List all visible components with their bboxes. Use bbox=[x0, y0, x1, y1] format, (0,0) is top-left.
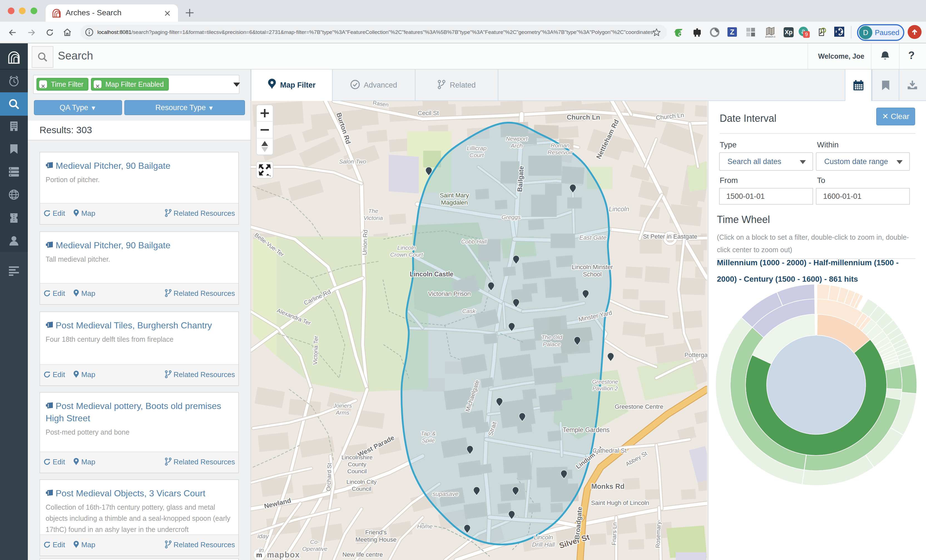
svg-text:Greggs: Greggs bbox=[502, 214, 521, 220]
svg-text:Church Ln: Church Ln bbox=[567, 114, 600, 121]
svg-text:supasave: supasave bbox=[433, 490, 458, 498]
svg-text:Cathedral St: Cathedral St bbox=[593, 447, 626, 454]
svg-text:Victorian Prison: Victorian Prison bbox=[428, 290, 471, 297]
svg-text:Salon Two: Salon Two bbox=[339, 158, 366, 165]
svg-text:Lincoln Castle: Lincoln Castle bbox=[410, 271, 453, 278]
svg-text:East Gate: East Gate bbox=[579, 234, 607, 241]
svg-text:in: in bbox=[259, 546, 263, 554]
svg-text:Monks Rd: Monks Rd bbox=[591, 483, 624, 490]
svg-text:LincolnDrill Hall: LincolnDrill Hall bbox=[532, 534, 555, 548]
svg-text:Orchard St: Orchard St bbox=[325, 463, 333, 491]
svg-text:Friars Ln: Friars Ln bbox=[611, 522, 618, 546]
svg-text:New life centre: New life centre bbox=[342, 551, 383, 558]
svg-text:Lincoln: Lincoln bbox=[609, 206, 629, 213]
svg-text:Temple Gardens: Temple Gardens bbox=[563, 426, 610, 433]
svg-text:Cask: Cask bbox=[462, 308, 476, 314]
svg-text:Cobb Hall: Cobb Hall bbox=[461, 238, 487, 245]
svg-text:Saint Hugh of Lincoln: Saint Hugh of Lincoln bbox=[591, 499, 649, 506]
svg-text:Greestone Centre: Greestone Centre bbox=[615, 403, 663, 410]
svg-text:Cecil St: Cecil St bbox=[418, 109, 439, 117]
svg-text:Victoria Ter: Victoria Ter bbox=[312, 336, 319, 365]
svg-text:iday: iday bbox=[257, 533, 269, 540]
svg-text:geojson.io: geojson.io bbox=[765, 35, 775, 38]
svg-text:Rosemary-: Rosemary- bbox=[654, 519, 662, 548]
svg-text:St Peter in Eastgate: St Peter in Eastgate bbox=[643, 233, 698, 240]
svg-text:Home: Home bbox=[417, 523, 433, 530]
svg-text:Saint MaryMagdalen: Saint MaryMagdalen bbox=[440, 192, 469, 206]
svg-text:mapbox: mapbox bbox=[267, 550, 300, 559]
svg-text:Pottergat: Pottergat bbox=[684, 351, 707, 359]
svg-text:Union Rd: Union Rd bbox=[361, 229, 369, 255]
